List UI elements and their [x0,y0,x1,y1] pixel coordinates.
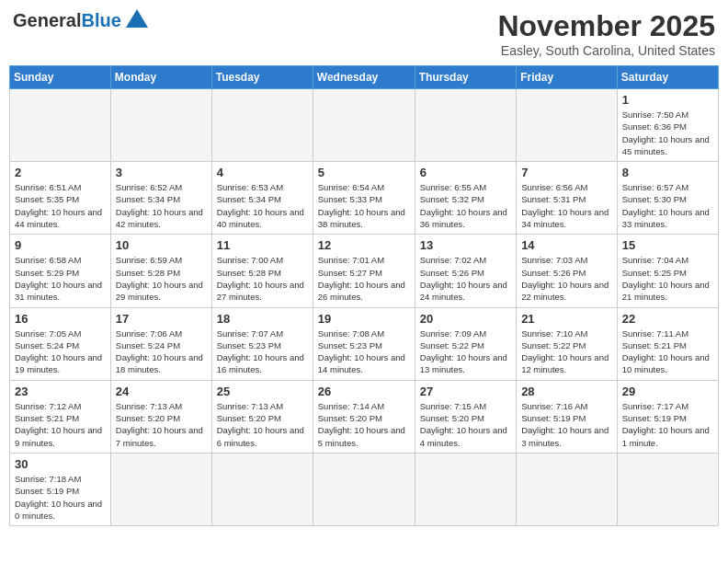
calendar-cell [10,89,111,162]
day-info: Sunrise: 7:06 AM Sunset: 5:24 PM Dayligh… [116,327,207,376]
day-info: Sunrise: 6:57 AM Sunset: 5:30 PM Dayligh… [622,181,713,230]
calendar-cell: 14Sunrise: 7:03 AM Sunset: 5:26 PM Dayli… [517,235,618,307]
calendar-week-row: 23Sunrise: 7:12 AM Sunset: 5:21 PM Dayli… [10,380,719,453]
day-info: Sunrise: 6:52 AM Sunset: 5:34 PM Dayligh… [116,181,207,230]
day-number: 16 [15,312,106,326]
day-info: Sunrise: 7:13 AM Sunset: 5:20 PM Dayligh… [217,400,308,449]
calendar-cell: 18Sunrise: 7:07 AM Sunset: 5:23 PM Dayli… [211,307,313,380]
day-number: 10 [116,238,207,252]
calendar-table: SundayMondayTuesdayWednesdayThursdayFrid… [9,65,719,526]
day-number: 27 [420,385,511,398]
day-number: 4 [217,166,308,179]
calendar-cell: 9Sunrise: 6:58 AM Sunset: 5:29 PM Daylig… [10,235,111,307]
calendar-cell [211,89,313,162]
day-number: 8 [622,166,713,179]
day-info: Sunrise: 6:58 AM Sunset: 5:29 PM Dayligh… [15,254,106,303]
logo-icon [126,9,148,28]
calendar-cell [517,89,618,162]
weekday-header-sunday: Sunday [10,66,111,89]
day-number: 9 [15,238,106,252]
day-info: Sunrise: 7:03 AM Sunset: 5:26 PM Dayligh… [521,254,612,303]
calendar-cell [110,453,211,525]
day-number: 19 [318,312,410,326]
day-info: Sunrise: 7:17 AM Sunset: 5:19 PM Dayligh… [622,400,713,449]
calendar-cell: 11Sunrise: 7:00 AM Sunset: 5:28 PM Dayli… [211,235,313,307]
day-info: Sunrise: 7:13 AM Sunset: 5:20 PM Dayligh… [116,400,207,449]
calendar-cell: 20Sunrise: 7:09 AM Sunset: 5:22 PM Dayli… [415,307,516,380]
calendar-cell: 15Sunrise: 7:04 AM Sunset: 5:25 PM Dayli… [617,235,718,307]
day-number: 18 [217,312,308,326]
calendar-week-row: 30Sunrise: 7:18 AM Sunset: 5:19 PM Dayli… [10,453,719,525]
calendar-cell [517,453,618,525]
day-info: Sunrise: 7:15 AM Sunset: 5:20 PM Dayligh… [420,400,511,449]
title-block: November 2025 Easley, South Carolina, Un… [497,9,715,58]
day-number: 24 [116,385,207,398]
calendar-cell: 27Sunrise: 7:15 AM Sunset: 5:20 PM Dayli… [415,380,516,453]
day-number: 6 [420,166,511,179]
calendar-cell [313,89,415,162]
calendar-cell: 22Sunrise: 7:11 AM Sunset: 5:21 PM Dayli… [617,307,718,380]
day-number: 30 [15,457,106,471]
calendar-cell [415,89,516,162]
calendar-cell: 7Sunrise: 6:56 AM Sunset: 5:31 PM Daylig… [517,162,618,235]
day-info: Sunrise: 7:14 AM Sunset: 5:20 PM Dayligh… [318,400,410,449]
day-info: Sunrise: 7:08 AM Sunset: 5:23 PM Dayligh… [318,327,410,376]
day-info: Sunrise: 6:56 AM Sunset: 5:31 PM Dayligh… [521,181,612,230]
day-info: Sunrise: 7:18 AM Sunset: 5:19 PM Dayligh… [15,473,106,522]
day-number: 22 [622,312,713,326]
day-info: Sunrise: 6:55 AM Sunset: 5:32 PM Dayligh… [420,181,511,230]
day-info: Sunrise: 7:50 AM Sunset: 6:36 PM Dayligh… [622,109,713,157]
day-info: Sunrise: 7:02 AM Sunset: 5:26 PM Dayligh… [420,254,511,303]
day-number: 1 [622,93,713,107]
day-info: Sunrise: 7:10 AM Sunset: 5:22 PM Dayligh… [521,327,612,376]
day-info: Sunrise: 7:07 AM Sunset: 5:23 PM Dayligh… [217,327,308,376]
calendar-cell [110,89,211,162]
logo-general-text: General [13,10,81,31]
calendar-cell: 21Sunrise: 7:10 AM Sunset: 5:22 PM Dayli… [517,307,618,380]
day-number: 17 [116,312,207,326]
calendar-cell: 10Sunrise: 6:59 AM Sunset: 5:28 PM Dayli… [110,235,211,307]
day-info: Sunrise: 7:05 AM Sunset: 5:24 PM Dayligh… [15,327,106,376]
day-number: 14 [521,238,612,252]
day-info: Sunrise: 7:16 AM Sunset: 5:19 PM Dayligh… [521,400,612,449]
weekday-header-tuesday: Tuesday [211,66,313,89]
calendar-cell: 1Sunrise: 7:50 AM Sunset: 6:36 PM Daylig… [617,89,718,162]
calendar-cell [415,453,516,525]
page-header: General Blue November 2025 Easley, South… [9,9,719,58]
calendar-week-row: 2Sunrise: 6:51 AM Sunset: 5:35 PM Daylig… [10,162,719,235]
day-number: 12 [318,238,410,252]
calendar-cell: 5Sunrise: 6:54 AM Sunset: 5:33 PM Daylig… [313,162,415,235]
day-number: 7 [521,166,612,179]
calendar-cell: 8Sunrise: 6:57 AM Sunset: 5:30 PM Daylig… [617,162,718,235]
day-number: 29 [622,385,713,398]
day-number: 2 [15,166,106,179]
day-info: Sunrise: 7:00 AM Sunset: 5:28 PM Dayligh… [217,254,308,303]
day-number: 23 [15,385,106,398]
calendar-cell: 12Sunrise: 7:01 AM Sunset: 5:27 PM Dayli… [313,235,415,307]
weekday-header-row: SundayMondayTuesdayWednesdayThursdayFrid… [10,66,719,89]
weekday-header-thursday: Thursday [415,66,516,89]
day-number: 26 [318,385,410,398]
day-number: 11 [217,238,308,252]
calendar-cell: 26Sunrise: 7:14 AM Sunset: 5:20 PM Dayli… [313,380,415,453]
day-info: Sunrise: 6:59 AM Sunset: 5:28 PM Dayligh… [116,254,207,303]
month-title: November 2025 [497,9,715,43]
svg-marker-0 [126,9,148,28]
calendar-cell [313,453,415,525]
day-number: 21 [521,312,612,326]
calendar-cell: 13Sunrise: 7:02 AM Sunset: 5:26 PM Dayli… [415,235,516,307]
day-info: Sunrise: 7:11 AM Sunset: 5:21 PM Dayligh… [622,327,713,376]
calendar-week-row: 9Sunrise: 6:58 AM Sunset: 5:29 PM Daylig… [10,235,719,307]
day-info: Sunrise: 6:51 AM Sunset: 5:35 PM Dayligh… [15,181,106,230]
day-number: 5 [318,166,410,179]
calendar-cell: 30Sunrise: 7:18 AM Sunset: 5:19 PM Dayli… [10,453,111,525]
day-info: Sunrise: 7:01 AM Sunset: 5:27 PM Dayligh… [318,254,410,303]
day-info: Sunrise: 7:04 AM Sunset: 5:25 PM Dayligh… [622,254,713,303]
calendar-cell [617,453,718,525]
calendar-cell: 3Sunrise: 6:52 AM Sunset: 5:34 PM Daylig… [110,162,211,235]
calendar-cell: 16Sunrise: 7:05 AM Sunset: 5:24 PM Dayli… [10,307,111,380]
weekday-header-wednesday: Wednesday [313,66,415,89]
logo-blue-text: Blue [81,10,120,31]
calendar-cell [211,453,313,525]
calendar-cell: 4Sunrise: 6:53 AM Sunset: 5:34 PM Daylig… [211,162,313,235]
